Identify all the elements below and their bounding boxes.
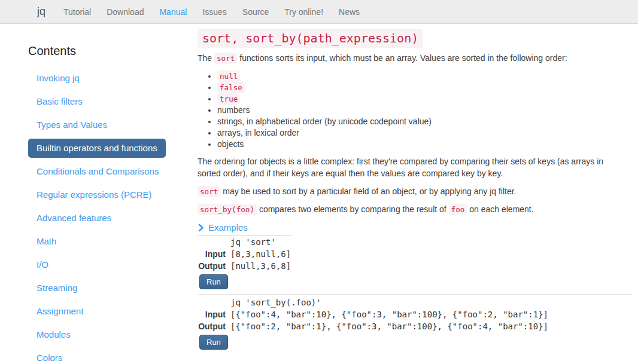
page-title: sort, sort_by(path_expression) [198, 30, 632, 47]
nav-item-tutorial[interactable]: Tutorial [56, 0, 99, 24]
example-table: jq 'sort_by(.foo)' Input [{"foo":4, "bar… [198, 296, 548, 332]
nav-item-source[interactable]: Source [235, 0, 277, 24]
nav-item-download[interactable]: Download [99, 0, 151, 24]
sidebar: Contents Invoking jq Basic filters Types… [28, 24, 190, 364]
sort-usage-paragraph: sort may be used to sort by a particular… [198, 186, 610, 198]
inline-code-sort: sort [198, 186, 220, 197]
run-button[interactable]: Run [199, 274, 228, 289]
sidebar-item-assignment[interactable]: Assignment [28, 302, 92, 321]
intro-paragraph: The sort functions sorts its input, whic… [198, 53, 610, 65]
output-value: [{"foo":2, "bar":1}, {"foo":3, "bar":100… [230, 320, 548, 332]
top-navbar: jq Tutorial Download Manual Issues Sourc… [0, 0, 638, 24]
examples-toggle[interactable]: Examples [198, 222, 632, 233]
brand-logo[interactable]: jq [37, 5, 45, 18]
nav-item-issues[interactable]: Issues [195, 0, 234, 24]
contents-list: Invoking jq Basic filters Types and Valu… [28, 69, 190, 364]
example-program: jq 'sort' [230, 236, 291, 249]
chevron-right-icon [198, 224, 204, 232]
examples-link[interactable]: Examples [208, 222, 248, 233]
nav-item-manual[interactable]: Manual [151, 0, 195, 24]
run-button[interactable]: Run [199, 335, 228, 350]
program-label [198, 236, 230, 249]
example-table: jq 'sort' Input [8,3,null,6] Output [nul… [198, 235, 291, 272]
input-value: [{"foo":4, "bar":10}, {"foo":3, "bar":10… [230, 308, 548, 320]
sort-order-list: null false true numbers strings, in alph… [198, 71, 593, 150]
output-value: [null,3,6,8] [230, 260, 291, 272]
nav-item-try-online[interactable]: Try online! [277, 0, 331, 24]
sidebar-item-colors[interactable]: Colors [28, 348, 71, 364]
section-title-code: sort, sort_by(path_expression) [198, 29, 423, 48]
output-label: Output [198, 260, 230, 272]
contents-heading: Contents [28, 45, 190, 57]
example-program: jq 'sort_by(.foo)' [230, 296, 548, 308]
list-item-numbers: numbers [217, 105, 593, 116]
sidebar-item-invoking-jq[interactable]: Invoking jq [28, 69, 88, 88]
program-row: jq 'sort' [198, 236, 291, 249]
output-label: Output [198, 320, 230, 332]
program-label [198, 296, 230, 308]
sidebar-item-basic-filters[interactable]: Basic filters [28, 92, 91, 111]
main-content: sort, sort_by(path_expression) The sort … [198, 24, 638, 353]
example-divider [198, 294, 632, 295]
sidebar-item-regex[interactable]: Regular expressions (PCRE) [28, 185, 160, 204]
list-item-arrays: arrays, in lexical order [217, 127, 593, 139]
output-row: Output [{"foo":2, "bar":1}, {"foo":3, "b… [198, 320, 548, 332]
sidebar-item-math[interactable]: Math [28, 232, 65, 251]
sidebar-item-modules[interactable]: Modules [28, 325, 79, 344]
sidebar-item-builtin-operators[interactable]: Builtin operators and functions [28, 139, 166, 158]
list-item-null: null [217, 71, 593, 82]
example-block: jq 'sort' Input [8,3,null,6] Output [nul… [198, 235, 632, 292]
sidebar-item-advanced-features[interactable]: Advanced features [28, 209, 120, 228]
list-item-objects: objects [217, 139, 593, 150]
inline-code-sort: sort [214, 53, 237, 64]
input-row: Input [{"foo":4, "bar":10}, {"foo":3, "b… [198, 308, 548, 320]
input-label: Input [198, 248, 230, 260]
sidebar-item-types-and-values[interactable]: Types and Values [28, 115, 116, 134]
nav-item-news[interactable]: News [331, 0, 367, 24]
list-item-true: true [217, 93, 593, 105]
example-block: jq 'sort_by(.foo)' Input [{"foo":4, "bar… [198, 296, 632, 353]
objects-ordering-paragraph: The ordering for objects is a little com… [198, 156, 610, 180]
output-row: Output [null,3,6,8] [198, 260, 291, 272]
input-label: Input [198, 308, 230, 320]
inline-code-foo: foo [449, 204, 467, 215]
input-row: Input [8,3,null,6] [198, 248, 291, 260]
sidebar-item-conditionals[interactable]: Conditionals and Comparisons [28, 162, 167, 181]
input-value: [8,3,null,6] [230, 248, 291, 260]
sidebar-item-streaming[interactable]: Streaming [28, 279, 86, 298]
list-item-strings: strings, in alphabetical order (by unico… [217, 116, 593, 127]
sidebar-item-io[interactable]: I/O [28, 255, 57, 274]
list-item-false: false [217, 82, 593, 93]
program-row: jq 'sort_by(.foo)' [198, 296, 548, 308]
inline-code-sort-by-foo: sort_by(foo) [198, 204, 257, 215]
sort-by-usage-paragraph: sort_by(foo) compares two elements by co… [198, 204, 610, 216]
